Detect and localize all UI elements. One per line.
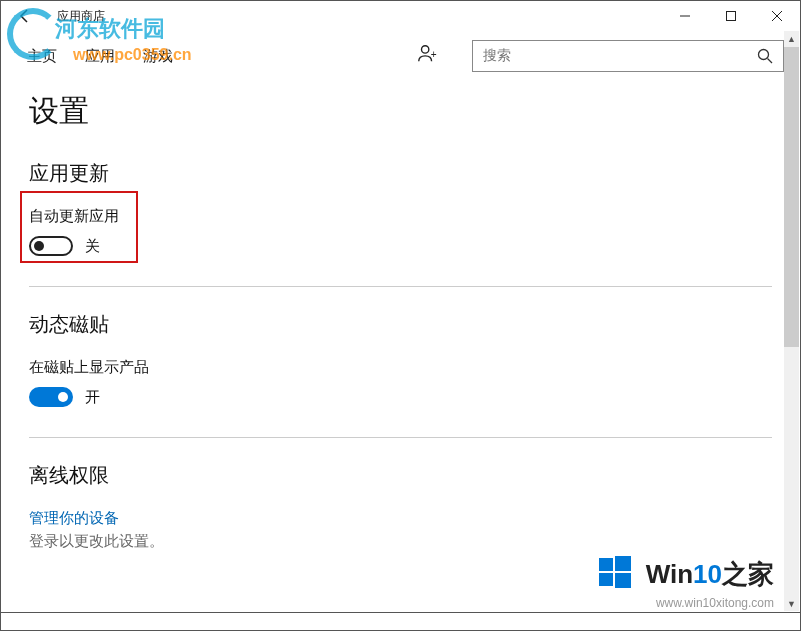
auto-update-toggle[interactable] — [29, 236, 73, 256]
nav-home[interactable]: 主页 — [27, 47, 57, 66]
svg-text:+: + — [431, 49, 437, 60]
nav-row: 主页 应用 游戏 + 搜索 — [1, 31, 800, 81]
search-icon — [757, 48, 773, 64]
divider — [29, 437, 772, 438]
svg-rect-1 — [727, 12, 736, 21]
auto-update-label: 自动更新应用 — [29, 207, 772, 226]
show-products-state: 开 — [85, 388, 100, 407]
scroll-down-button[interactable]: ▼ — [784, 596, 799, 611]
signin-hint: 登录以更改此设置。 — [29, 532, 772, 551]
manage-devices-link[interactable]: 管理你的设备 — [29, 509, 772, 528]
svg-point-4 — [422, 46, 429, 53]
back-button[interactable] — [1, 1, 49, 31]
user-icon: + — [416, 43, 438, 65]
bottom-frame — [1, 612, 800, 630]
content-area: 设置 应用更新 自动更新应用 关 动态磁贴 在磁贴上显示产品 开 离线权限 管理… — [1, 81, 800, 626]
scroll-up-button[interactable]: ▲ — [784, 31, 799, 46]
nav-apps[interactable]: 应用 — [85, 47, 115, 66]
window-title: 应用商店 — [57, 8, 105, 25]
maximize-icon — [726, 11, 736, 21]
section-offline-title: 离线权限 — [29, 462, 772, 489]
divider — [29, 286, 772, 287]
page-title: 设置 — [29, 91, 772, 132]
auto-update-state: 关 — [85, 237, 100, 256]
vertical-scrollbar[interactable]: ▲ ▼ — [784, 31, 799, 611]
scroll-thumb[interactable] — [784, 47, 799, 347]
section-tiles-title: 动态磁贴 — [29, 311, 772, 338]
show-products-label: 在磁贴上显示产品 — [29, 358, 772, 377]
svg-point-6 — [759, 50, 769, 60]
titlebar: 应用商店 — [1, 1, 800, 31]
close-icon — [772, 11, 782, 21]
search-placeholder: 搜索 — [483, 47, 511, 65]
user-account-button[interactable]: + — [416, 43, 438, 69]
show-products-row: 开 — [29, 387, 772, 407]
minimize-button[interactable] — [662, 1, 708, 31]
show-products-toggle[interactable] — [29, 387, 73, 407]
nav-games[interactable]: 游戏 — [143, 47, 173, 66]
window-controls — [662, 1, 800, 31]
arrow-left-icon — [17, 8, 33, 24]
svg-line-7 — [768, 59, 773, 64]
maximize-button[interactable] — [708, 1, 754, 31]
auto-update-row: 关 — [29, 236, 772, 256]
section-updates-title: 应用更新 — [29, 160, 772, 187]
minimize-icon — [680, 11, 690, 21]
close-button[interactable] — [754, 1, 800, 31]
search-input[interactable]: 搜索 — [472, 40, 784, 72]
